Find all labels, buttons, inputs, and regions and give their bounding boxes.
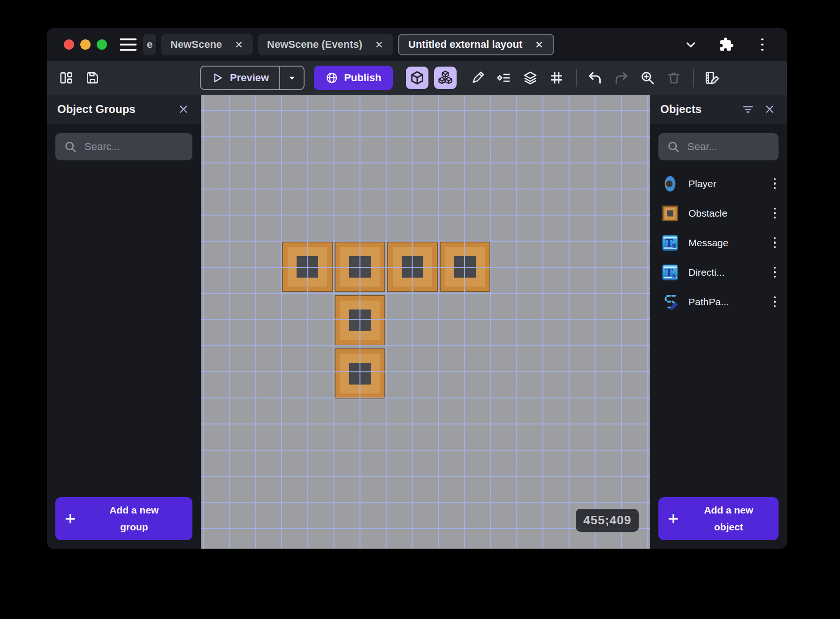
filter-icon[interactable]	[741, 102, 755, 116]
object-label: Directi...	[688, 267, 763, 278]
object-row-player[interactable]: Player	[650, 169, 787, 198]
tab-newscene[interactable]: NewScene	[161, 34, 253, 55]
menu-hamburger-icon[interactable]	[120, 38, 137, 51]
object-row-pathpa[interactable]: PathPa...	[650, 287, 787, 317]
tab-bar: e NewScene NewScene (Events) Untitled ex…	[47, 28, 787, 61]
plus-icon: +	[65, 509, 76, 528]
svg-text:x: x	[672, 271, 676, 279]
add-object-button[interactable]: + Add a new object	[658, 497, 779, 540]
project-manager-icon[interactable]	[58, 70, 74, 86]
object-row-directi[interactable]: T x Directi...	[650, 257, 787, 287]
cubes-icon[interactable]	[434, 67, 457, 89]
instances-list-icon[interactable]	[496, 70, 512, 86]
obstacle-instance[interactable]	[387, 242, 438, 292]
plus-icon: +	[668, 509, 679, 528]
objects-search[interactable]	[658, 133, 779, 160]
publish-label: Publish	[344, 72, 381, 84]
search-icon	[64, 140, 77, 153]
object-label: PathPa...	[688, 296, 763, 308]
content-area: Object Groups + Add a new group	[47, 95, 787, 549]
close-window-button[interactable]	[64, 39, 74, 50]
obstacle-icon	[661, 204, 679, 222]
obstacle-instance[interactable]	[335, 242, 385, 292]
add-group-label-line1: Add a new	[109, 505, 159, 515]
object-menu-kebab-icon[interactable]	[772, 293, 778, 310]
objects-panel: Objects Player Obstacle	[650, 95, 787, 549]
object-groups-search-input[interactable]	[84, 141, 184, 153]
object-menu-kebab-icon[interactable]	[772, 175, 778, 192]
object-row-message[interactable]: T x Message	[650, 228, 787, 257]
tab-label: NewScene	[170, 38, 222, 51]
close-tab-icon[interactable]	[535, 40, 544, 49]
publish-button[interactable]: Publish	[314, 66, 392, 90]
close-panel-icon[interactable]	[176, 102, 191, 116]
cube-icon[interactable]	[406, 67, 428, 89]
object-label: Player	[688, 178, 763, 189]
add-group-button[interactable]: + Add a new group	[55, 497, 192, 540]
obstacle-instance[interactable]	[440, 242, 490, 292]
add-group-label-line2: group	[120, 521, 148, 532]
object-groups-title: Object Groups	[57, 103, 136, 116]
scene-edit-icon[interactable]	[704, 70, 720, 86]
objects-search-input[interactable]	[687, 141, 770, 153]
object-label: Obstacle	[688, 208, 763, 219]
close-tab-icon[interactable]	[234, 40, 244, 49]
object-groups-panel: Object Groups + Add a new group	[47, 95, 201, 549]
cursor-coordinates-badge: 455;409	[576, 509, 639, 532]
obstacle-instance[interactable]	[335, 348, 385, 399]
object-groups-header: Object Groups	[47, 95, 201, 124]
undo-icon[interactable]	[587, 70, 603, 86]
close-panel-icon[interactable]	[763, 102, 777, 116]
chevron-down-icon[interactable]	[683, 37, 699, 53]
preview-dropdown-caret[interactable]	[279, 67, 304, 89]
search-icon	[667, 140, 680, 153]
tab-partial-label: e	[147, 38, 153, 51]
tab-untitled-external-layout[interactable]: Untitled external layout	[398, 34, 554, 55]
object-row-obstacle[interactable]: Obstacle	[650, 198, 787, 228]
objects-header: Objects	[650, 95, 787, 124]
svg-text:x: x	[672, 242, 676, 249]
extensions-puzzle-icon[interactable]	[718, 37, 734, 53]
preview-label: Preview	[230, 72, 269, 84]
toolbar: Preview Publish	[47, 61, 787, 95]
grid-overlay	[201, 95, 650, 549]
path-icon	[661, 293, 679, 311]
text-icon: T x	[661, 234, 679, 252]
layers-icon[interactable]	[522, 70, 538, 86]
object-menu-kebab-icon[interactable]	[772, 264, 778, 281]
add-object-label-line1: Add a new	[704, 505, 753, 515]
objects-list: Player Obstacle T x Message T x Directi.…	[650, 169, 787, 317]
save-icon[interactable]	[84, 70, 100, 86]
object-menu-kebab-icon[interactable]	[772, 234, 778, 251]
object-groups-search[interactable]	[55, 133, 192, 160]
objects-title: Objects	[660, 103, 702, 116]
preview-button[interactable]: Preview	[200, 66, 305, 90]
canvas[interactable]: 455;409	[201, 95, 650, 549]
zoom-window-button[interactable]	[97, 39, 107, 50]
object-label: Message	[688, 237, 763, 249]
text-icon: T x	[661, 264, 679, 281]
trash-icon[interactable]	[666, 70, 682, 86]
grid-icon[interactable]	[549, 70, 565, 86]
tab-label: NewScene (Events)	[267, 38, 362, 51]
obstacle-instance[interactable]	[282, 242, 333, 292]
player-icon	[661, 175, 679, 193]
redo-icon[interactable]	[613, 70, 629, 86]
object-menu-kebab-icon[interactable]	[772, 204, 778, 222]
tab-newscene-events[interactable]: NewScene (Events)	[258, 34, 393, 55]
tab-partial[interactable]: e	[143, 34, 156, 55]
window-menu-kebab-icon[interactable]	[754, 37, 770, 53]
app-window: e NewScene NewScene (Events) Untitled ex…	[47, 28, 787, 549]
close-tab-icon[interactable]	[374, 40, 384, 49]
tab-label: Untitled external layout	[408, 38, 522, 51]
pencil-icon[interactable]	[470, 70, 486, 86]
add-object-label-line2: object	[714, 521, 743, 532]
zoom-in-icon[interactable]	[640, 70, 656, 86]
minimize-window-button[interactable]	[80, 39, 91, 50]
obstacle-instance[interactable]	[335, 295, 385, 346]
